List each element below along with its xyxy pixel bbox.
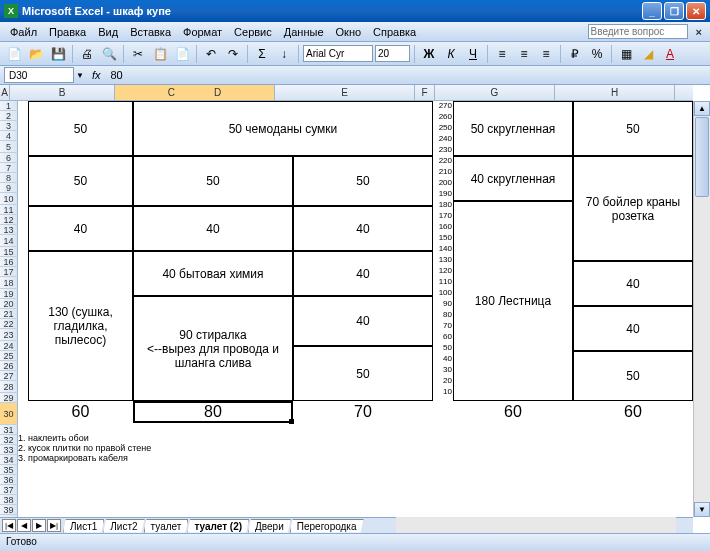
row-20[interactable]: 20 [0, 299, 18, 309]
tab-next-icon[interactable]: ▶ [32, 519, 46, 532]
fill-icon[interactable]: ◢ [638, 44, 658, 64]
save-icon[interactable]: 💾 [48, 44, 68, 64]
sheet-tab-2[interactable]: туалет [144, 519, 189, 533]
row-24[interactable]: 24 [0, 341, 18, 351]
tab-first-icon[interactable]: |◀ [2, 519, 16, 532]
cell-d4[interactable]: 40 бытовая химия [133, 251, 293, 296]
sheet-tab-3[interactable]: туалет (2) [187, 519, 249, 533]
sheet-tab-4[interactable]: Двери [248, 519, 291, 533]
align-left-icon[interactable]: ≡ [492, 44, 512, 64]
cut-icon[interactable]: ✂ [128, 44, 148, 64]
cell-b1[interactable]: 50 [28, 101, 133, 156]
cell-b3[interactable]: 40 [28, 206, 133, 251]
cell-g2[interactable]: 40 скругленная [453, 156, 573, 201]
row-26[interactable]: 26 [0, 361, 18, 371]
note-1[interactable]: 1. наклеить обои [18, 433, 89, 443]
row-4[interactable]: 4 [0, 131, 18, 141]
row-7[interactable]: 7 [0, 163, 18, 173]
preview-icon[interactable]: 🔍 [99, 44, 119, 64]
note-3[interactable]: 3. промаркировать кабеля [18, 453, 128, 463]
fontcolor-icon[interactable]: А [660, 44, 680, 64]
row-6[interactable]: 6 [0, 153, 18, 163]
col-b[interactable]: B [10, 85, 115, 100]
sheet-tab-1[interactable]: Лист2 [103, 519, 144, 533]
row-29[interactable]: 29 [0, 393, 18, 403]
sum-icon[interactable]: Σ [252, 44, 272, 64]
scroll-up-icon[interactable]: ▲ [694, 101, 710, 116]
underline-icon[interactable]: Ч [463, 44, 483, 64]
cell-h6[interactable]: 50 [573, 351, 693, 401]
row-12[interactable]: 12 [0, 215, 18, 225]
col-g[interactable]: G [435, 85, 555, 100]
col-f[interactable]: F [415, 85, 435, 100]
cell-h5[interactable]: 40 [573, 306, 693, 351]
row-28[interactable]: 28 [0, 381, 18, 393]
cell-g3[interactable]: 180 Лестница [453, 201, 573, 401]
cell-d30[interactable]: 80 [133, 402, 293, 422]
copy-icon[interactable]: 📋 [150, 44, 170, 64]
sort-icon[interactable]: ↓ [274, 44, 294, 64]
col-e[interactable]: E [275, 85, 415, 100]
formula-value[interactable]: 80 [106, 69, 122, 81]
row-38[interactable]: 38 [0, 495, 18, 505]
row-10[interactable]: 10 [0, 193, 18, 205]
menu-format[interactable]: Формат [177, 24, 228, 40]
row-14[interactable]: 14 [0, 235, 18, 247]
scroll-thumb[interactable] [695, 117, 709, 197]
row-13[interactable]: 13 [0, 225, 18, 235]
row-5[interactable]: 5 [0, 141, 18, 153]
row-19[interactable]: 19 [0, 289, 18, 299]
row-17[interactable]: 17 [0, 267, 18, 277]
question-box[interactable] [588, 24, 688, 39]
spreadsheet-grid[interactable]: A B C D E F G H 123456789101112131415161… [0, 85, 710, 533]
row-35[interactable]: 35 [0, 465, 18, 475]
row-31[interactable]: 31 [0, 425, 18, 435]
note-2[interactable]: 2. кусок плитки по правой стене [18, 443, 151, 453]
cell-g30[interactable]: 60 [453, 402, 573, 422]
row-32[interactable]: 32 [0, 435, 18, 445]
doc-close-button[interactable]: × [692, 26, 706, 38]
row-9[interactable]: 9 [0, 183, 18, 193]
cell-d5[interactable]: 90 стиралка <--вырез для провода и шланг… [133, 296, 293, 401]
row-33[interactable]: 33 [0, 445, 18, 455]
row-15[interactable]: 15 [0, 247, 18, 257]
row-25[interactable]: 25 [0, 351, 18, 361]
cell-e5[interactable]: 40 [293, 296, 433, 346]
vertical-scrollbar[interactable]: ▲ ▼ [693, 101, 710, 517]
sheet-tab-5[interactable]: Перегородка [290, 519, 364, 533]
sheet-tab-0[interactable]: Лист1 [63, 519, 104, 533]
menu-file[interactable]: Файл [4, 24, 43, 40]
print-icon[interactable]: 🖨 [77, 44, 97, 64]
row-30[interactable]: 30 [0, 403, 18, 425]
menu-data[interactable]: Данные [278, 24, 330, 40]
cell-h4[interactable]: 40 [573, 261, 693, 306]
currency-icon[interactable]: ₽ [565, 44, 585, 64]
cell-e30[interactable]: 70 [293, 402, 433, 422]
row-1[interactable]: 1 [0, 101, 18, 111]
paste-icon[interactable]: 📄 [172, 44, 192, 64]
row-39[interactable]: 39 [0, 505, 18, 515]
cell-d3[interactable]: 40 [133, 206, 293, 251]
row-21[interactable]: 21 [0, 309, 18, 319]
size-selector[interactable]: 20 [375, 45, 410, 62]
row-8[interactable]: 8 [0, 173, 18, 183]
col-a[interactable]: A [0, 85, 10, 100]
row-2[interactable]: 2 [0, 111, 18, 121]
tab-prev-icon[interactable]: ◀ [17, 519, 31, 532]
tab-last-icon[interactable]: ▶| [47, 519, 61, 532]
cell-e6[interactable]: 50 [293, 346, 433, 401]
row-23[interactable]: 23 [0, 329, 18, 341]
cell-e4[interactable]: 40 [293, 251, 433, 296]
percent-icon[interactable]: % [587, 44, 607, 64]
col-d[interactable]: C D [115, 85, 275, 100]
borders-icon[interactable]: ▦ [616, 44, 636, 64]
open-icon[interactable]: 📂 [26, 44, 46, 64]
menu-insert[interactable]: Вставка [124, 24, 177, 40]
cell-h2[interactable]: 70 бойлер краны розетка [573, 156, 693, 261]
redo-icon[interactable]: ↷ [223, 44, 243, 64]
name-box[interactable]: D30 [4, 67, 74, 83]
cell-b30[interactable]: 60 [28, 402, 133, 422]
cell-h30[interactable]: 60 [573, 402, 693, 422]
col-h[interactable]: H [555, 85, 675, 100]
menu-window[interactable]: Окно [330, 24, 368, 40]
